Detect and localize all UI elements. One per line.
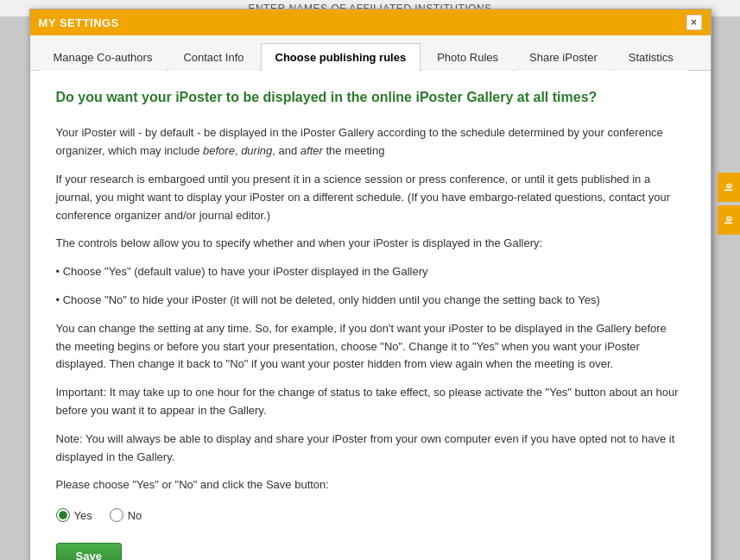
- tab-statistics[interactable]: Statistics: [614, 43, 688, 71]
- side-buttons: le le: [718, 173, 740, 235]
- side-button-2[interactable]: le: [718, 205, 740, 235]
- paragraph-3: The controls below allow you to specify …: [56, 235, 685, 253]
- radio-yes[interactable]: [56, 508, 70, 522]
- bullet-1: • Choose "Yes" (default value) to have y…: [56, 263, 685, 281]
- tab-share-iposter[interactable]: Share iPoster: [515, 43, 612, 71]
- modal-overlay: MY SETTINGS × Manage Co-authors Contact …: [0, 0, 740, 560]
- paragraph-2: If your research is embargoed until you …: [56, 171, 685, 224]
- paragraph-4: You can change the setting at any time. …: [56, 320, 685, 374]
- main-question: Do you want your iPoster to be displayed…: [56, 88, 685, 107]
- paragraph-1: Your iPoster will - by default - be disp…: [56, 124, 685, 160]
- tabs-bar: Manage Co-authors Contact Info Choose pu…: [30, 35, 711, 71]
- radio-no-label: No: [128, 509, 142, 522]
- save-button[interactable]: Save: [56, 543, 122, 560]
- tab-manage-coauthors[interactable]: Manage Co-authors: [39, 43, 168, 71]
- radio-group: Yes No: [56, 508, 685, 522]
- radio-no-option[interactable]: No: [110, 508, 142, 522]
- radio-yes-label: Yes: [74, 509, 92, 522]
- paragraph-6: Note: You will always be able to display…: [56, 431, 685, 467]
- modal-title: MY SETTINGS: [39, 16, 119, 29]
- modal: MY SETTINGS × Manage Co-authors Contact …: [29, 9, 712, 560]
- modal-header: MY SETTINGS ×: [30, 9, 711, 35]
- side-button-1[interactable]: le: [718, 173, 740, 202]
- paragraph-7: Please choose "Yes" or "No" and click th…: [56, 476, 685, 494]
- paragraph-5: Important: It may take up to one hour fo…: [56, 384, 685, 420]
- tab-photo-rules[interactable]: Photo Rules: [422, 43, 513, 71]
- tab-publishing-rules[interactable]: Choose publishing rules: [261, 43, 421, 71]
- tab-contact-info[interactable]: Contact Info: [168, 43, 258, 71]
- bullet-2: • Choose "No" to hide your iPoster (it w…: [56, 292, 685, 310]
- close-button[interactable]: ×: [686, 15, 702, 30]
- modal-body: Do you want your iPoster to be displayed…: [30, 71, 711, 560]
- radio-yes-option[interactable]: Yes: [56, 508, 92, 522]
- radio-no[interactable]: [110, 508, 123, 522]
